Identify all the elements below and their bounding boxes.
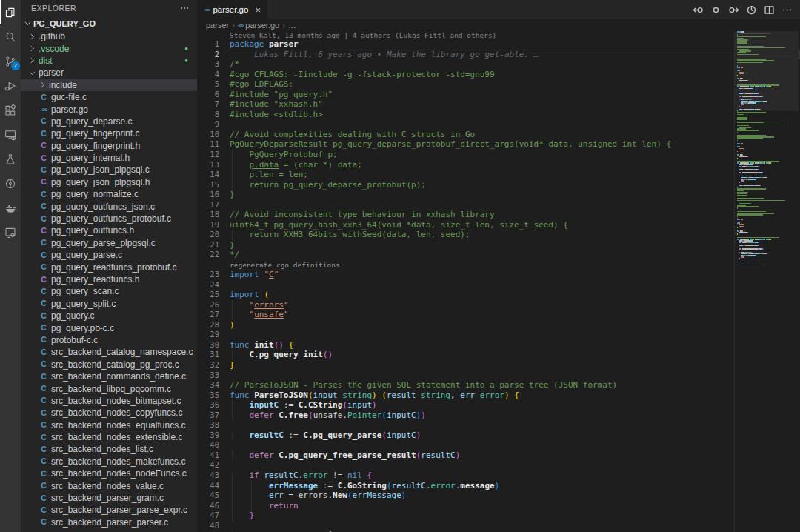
code-line-content[interactable]: #cgo LDFLAGS: [230, 79, 800, 90]
tree-item-src-backend-nodes-list-c[interactable]: Csrc_backend_nodes_list.c [21, 443, 197, 455]
code-line-content[interactable]: // ParseToJSON - Parses the given SQL st… [230, 380, 800, 390]
code-line-content[interactable]: #include <stdlib.h> [230, 110, 800, 120]
code-line-content[interactable] [230, 460, 800, 471]
tree-item-pg-query-pb-c-c[interactable]: Cpg_query.pb-c.c [21, 322, 197, 333]
code-line-content[interactable] [230, 521, 800, 531]
more-actions-icon[interactable] [179, 3, 190, 13]
tree-item-pg-query-json-plpgsql-h[interactable]: Cpg_query_json_plpgsql.h [21, 176, 197, 188]
code-line-content[interactable]: } [230, 240, 800, 250]
tree-item-src-backend-catalog-namespace-c[interactable]: Csrc_backend_catalog_namespace.c [21, 346, 197, 358]
tree-item-pg-query-readfuncs-protobuf-c[interactable]: Cpg_query_readfuncs_protobuf.c [21, 261, 197, 273]
code-line-content[interactable]: func ParseToJSON(input string) (result s… [230, 390, 800, 401]
tree-item-pg-query-outfuncs-protobuf-c[interactable]: Cpg_query_outfuncs_protobuf.c [21, 213, 197, 225]
code-line-content[interactable]: #include "xxhash.h" [230, 99, 800, 110]
tree-item-pg-query-outfuncs-json-c[interactable]: Cpg_query_outfuncs_json.c [21, 200, 197, 212]
code-line-content[interactable]: package parser [230, 39, 800, 50]
code-line-content[interactable]: inputC := C.CString(input) [230, 400, 800, 410]
explorer-icon[interactable] [0, 0, 21, 24]
tree-item-pg-query-fingerprint-c[interactable]: Cpg_query_fingerprint.c [21, 127, 197, 139]
tree-item-pg-query-parse-plpgsql-c[interactable]: Cpg_query_parse_plpgsql.c [21, 237, 197, 249]
project-root-header[interactable]: PG_QUERY_GO [21, 16, 197, 30]
tree-item-src-backend-parser-parser-c[interactable]: Csrc_backend_parser_parser.c [21, 516, 197, 528]
tree-item-src-backend-catalog-pg-proc-c[interactable]: Csrc_backend_catalog_pg_proc.c [21, 359, 197, 370]
code-line-content[interactable]: func init() { [230, 340, 800, 350]
code-line-content[interactable] [230, 280, 800, 290]
tree-item-src-backend-commands-define-c[interactable]: Csrc_backend_commands_define.c [21, 370, 197, 382]
tree-item-src-backend-libpq-pqcomm-c[interactable]: Csrc_backend_libpq_pqcomm.c [21, 382, 197, 394]
run-debug-icon[interactable] [0, 73, 21, 98]
tree-item-src-backend-nodes-bitmapset-c[interactable]: Csrc_backend_nodes_bitmapset.c [21, 395, 197, 407]
tree-item-src-backend-nodes-value-c[interactable]: Csrc_backend_nodes_value.c [21, 479, 197, 491]
gitlens-icon[interactable] [0, 171, 21, 196]
tree-item-guc-file-c[interactable]: Cguc-file.c [21, 91, 197, 103]
code-editor[interactable]: Steven Kalt, 13 months ago | 4 authors (… [197, 31, 800, 532]
tree-item-src-backend-parser-parse-expr-c[interactable]: Csrc_backend_parser_parse_expr.c [21, 504, 197, 516]
close-tab-icon[interactable]: × [255, 4, 261, 16]
tree-item-src-backend-nodes-copyfuncs-c[interactable]: Csrc_backend_nodes_copyfuncs.c [21, 407, 197, 419]
code-line-content[interactable]: import "C" [230, 270, 800, 280]
breadcrumb-item[interactable]: parser [206, 21, 229, 30]
tree-item-pg-query-outfuncs-h[interactable]: Cpg_query_outfuncs.h [21, 225, 197, 236]
code-line-content[interactable]: } [230, 190, 800, 200]
code-line-content[interactable]: p.len = len; [230, 170, 800, 180]
code-line-content[interactable]: errMessage := C.GoString(resultC.error.m… [230, 481, 800, 491]
tree-item-src-backend-parser-gram-c[interactable]: Csrc_backend_parser_gram.c [21, 492, 197, 504]
tree-item-src-backend-nodes-extensible-c[interactable]: Csrc_backend_nodes_extensible.c [21, 431, 197, 443]
tree-item-src-backend-nodes-equalfuncs-c[interactable]: Csrc_backend_nodes_equalfuncs.c [21, 419, 197, 431]
tree-item-pg-query-deparse-c[interactable]: Cpg_query_deparse.c [21, 116, 197, 127]
code-line-content[interactable]: // Avoid inconsistent type behaviour in … [230, 210, 800, 220]
code-line-content[interactable]: // Avoid complexities dealing with C str… [230, 130, 800, 140]
code-line-content[interactable] [230, 330, 800, 340]
code-line-content[interactable]: return [230, 501, 800, 511]
extensions-icon[interactable] [0, 98, 21, 122]
tree-item-pg-query-c[interactable]: Cpg_query.c [21, 310, 197, 322]
code-line-content[interactable]: "unsafe" [230, 310, 800, 320]
code-line-content[interactable]: uint64_t pg_query_hash_xxh3_64(void *dat… [230, 220, 800, 230]
code-line-content[interactable]: #cgo CFLAGS: -Iinclude -g -fstack-protec… [230, 70, 800, 80]
tab-parser-go[interactable]: -∞ parser.go × [197, 0, 267, 19]
code-line-content[interactable]: PgQueryDeparseResult pg_query_deparse_pr… [230, 139, 800, 150]
code-line-content[interactable] [230, 440, 800, 450]
tree-item-pg-query-json-plpgsql-c[interactable]: Cpg_query_json_plpgsql.c [21, 164, 197, 176]
code-line-content[interactable] [230, 370, 800, 381]
containers-icon[interactable] [0, 220, 21, 245]
more-actions-icon[interactable] [781, 4, 793, 16]
source-control-icon[interactable]: 7 [0, 49, 21, 73]
code-line-content[interactable]: /* [230, 59, 800, 70]
codelens-regenerate-cgo[interactable]: regenerate cgo definitions [197, 260, 800, 270]
code-line-content[interactable]: ) [230, 320, 800, 330]
code-line-content[interactable]: err = errors.New(errMessage) [230, 491, 800, 501]
tree-item-src-backend-nodes-nodefuncs-c[interactable]: Csrc_backend_nodes_nodeFuncs.c [21, 468, 197, 479]
tree-item-src-backend-nodes-makefuncs-c[interactable]: Csrc_backend_nodes_makefuncs.c [21, 456, 197, 468]
code-line-content[interactable]: PgQueryProtobuf p; [230, 150, 800, 160]
tree-item-pg-query-parse-c[interactable]: Cpg_query_parse.c [21, 249, 197, 261]
tree-item-pg-query-scan-c[interactable]: Cpg_query_scan.c [21, 285, 197, 297]
docker-icon[interactable] [0, 196, 21, 220]
testing-icon[interactable] [0, 147, 21, 171]
code-line-content[interactable] [230, 420, 800, 430]
tree-item-pg-query-fingerprint-h[interactable]: Cpg_query_fingerprint.h [21, 140, 197, 152]
code-line-content[interactable]: p.data = (char *) data; [230, 160, 800, 170]
tree-item--vscode[interactable]: .vscode● [21, 42, 197, 54]
tree-item-pg-query-split-c[interactable]: Cpg_query_split.c [21, 298, 197, 310]
code-line-content[interactable]: } [230, 360, 800, 370]
file-history-icon[interactable] [746, 4, 757, 16]
open-changes-icon[interactable] [710, 4, 721, 16]
code-line-content[interactable]: import ( [230, 290, 800, 300]
tree-item-pg-query-internal-h[interactable]: Cpg_query_internal.h [21, 152, 197, 164]
code-line-content[interactable]: #include "pg_query.h" [230, 90, 800, 100]
remote-explorer-icon[interactable] [0, 122, 21, 147]
code-line-content[interactable] [230, 119, 800, 130]
search-icon[interactable] [0, 24, 21, 49]
code-line-content[interactable]: "errors" [230, 300, 800, 310]
tree-item-parser-go[interactable]: -∞parser.go [21, 103, 197, 115]
breadcrumb-item[interactable]: … [288, 21, 296, 30]
breadcrumb-item[interactable]: -∞parser.go [238, 21, 279, 30]
compare-next-icon[interactable] [728, 4, 739, 16]
tree-item-include[interactable]: include [21, 79, 197, 91]
code-line-content[interactable]: if resultC.error != nil { [230, 471, 800, 481]
code-line-content[interactable]: */ [230, 250, 800, 260]
code-line-content[interactable]: Lukas Fittl, 6 years ago • Make the libr… [230, 50, 800, 60]
code-line-content[interactable]: C.pg_query_init() [230, 350, 800, 360]
tree-item-protobuf-c-c[interactable]: Cprotobuf-c.c [21, 334, 197, 346]
